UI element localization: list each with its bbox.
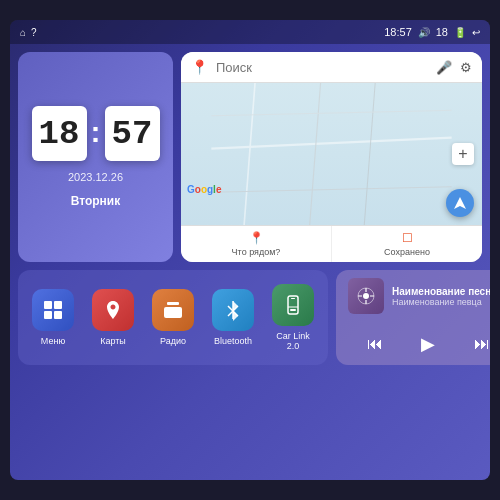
map-zoom-button[interactable]: + bbox=[452, 143, 474, 165]
clock-day: Вторник bbox=[71, 194, 121, 208]
music-top: Наименование песни Наименование певца bbox=[348, 278, 490, 314]
bottom-row: Меню Карты bbox=[18, 270, 482, 365]
svg-line-4 bbox=[364, 83, 375, 225]
bluetooth-icon-box bbox=[212, 289, 254, 331]
map-navigate-button[interactable] bbox=[446, 189, 474, 217]
app-radio[interactable]: Радио bbox=[152, 289, 194, 346]
map-bottom-bar: 📍 Что рядом? ☐ Сохранено bbox=[181, 225, 482, 262]
app-menu[interactable]: Меню bbox=[32, 289, 74, 346]
svg-rect-7 bbox=[44, 301, 52, 309]
maps-label: Карты bbox=[100, 336, 126, 346]
map-search-input[interactable] bbox=[216, 60, 428, 75]
status-bar-left: ⌂ ? bbox=[20, 27, 37, 38]
settings-icon[interactable]: ⚙ bbox=[460, 60, 472, 75]
clock-minutes: 57 bbox=[105, 106, 160, 161]
svg-rect-21 bbox=[291, 298, 295, 299]
google-logo: Google bbox=[187, 184, 221, 195]
battery-icon: 🔋 bbox=[454, 27, 466, 38]
map-roads-svg bbox=[181, 83, 482, 225]
app-maps[interactable]: Карты bbox=[92, 289, 134, 346]
bluetooth-label: Bluetooth bbox=[214, 336, 252, 346]
svg-rect-10 bbox=[54, 311, 62, 319]
maps-icon-box bbox=[92, 289, 134, 331]
map-saved-button[interactable]: ☐ Сохранено bbox=[332, 226, 482, 262]
device-frame: ⌂ ? 18:57 🔊 18 🔋 ↩ 18 : 57 2023.12.26 Вт… bbox=[10, 20, 490, 480]
svg-rect-15 bbox=[177, 310, 180, 312]
music-controls: ⏮ ▶ ⏭ bbox=[348, 331, 490, 357]
saved-icon: ☐ bbox=[402, 231, 413, 245]
radio-icon-box bbox=[152, 289, 194, 331]
clock-date: 2023.12.26 bbox=[68, 169, 123, 186]
clock-widget: 18 : 57 2023.12.26 Вторник bbox=[18, 52, 173, 262]
main-content: 18 : 57 2023.12.26 Вторник 📍 🎤 ⚙ bbox=[10, 44, 490, 480]
clock-display: 18 : 57 bbox=[32, 106, 160, 161]
svg-rect-12 bbox=[167, 302, 179, 305]
question-icon: ? bbox=[31, 27, 37, 38]
clock-colon: : bbox=[91, 115, 101, 149]
apps-panel: Меню Карты bbox=[18, 270, 328, 365]
svg-line-5 bbox=[211, 110, 451, 115]
map-pin-icon: 📍 bbox=[191, 59, 208, 75]
music-title: Наименование песни bbox=[392, 286, 490, 297]
app-carlink[interactable]: Car Link 2.0 bbox=[272, 284, 314, 351]
svg-line-2 bbox=[310, 83, 321, 225]
svg-marker-6 bbox=[454, 197, 466, 209]
home-icon: ⌂ bbox=[20, 27, 26, 38]
music-prev-button[interactable]: ⏮ bbox=[359, 333, 391, 355]
saved-label: Сохранено bbox=[384, 247, 430, 257]
svg-line-0 bbox=[211, 138, 451, 149]
mic-icon[interactable]: 🎤 bbox=[436, 60, 452, 75]
map-widget: 📍 🎤 ⚙ Google bbox=[181, 52, 482, 262]
svg-point-24 bbox=[363, 293, 369, 299]
map-search-bar[interactable]: 📍 🎤 ⚙ bbox=[181, 52, 482, 83]
music-info: Наименование песни Наименование певца bbox=[392, 286, 490, 307]
svg-rect-20 bbox=[290, 309, 296, 311]
app-bluetooth[interactable]: Bluetooth bbox=[212, 289, 254, 346]
music-play-button[interactable]: ▶ bbox=[413, 331, 443, 357]
battery-level: 18 bbox=[436, 26, 448, 38]
carlink-icon-box bbox=[272, 284, 314, 326]
map-area: Google + bbox=[181, 83, 482, 225]
status-time: 18:57 bbox=[384, 26, 412, 38]
nearby-label: Что рядом? bbox=[232, 247, 281, 257]
music-artist: Наименование певца bbox=[392, 297, 490, 307]
carlink-label: Car Link 2.0 bbox=[272, 331, 314, 351]
svg-rect-8 bbox=[54, 301, 62, 309]
clock-hours: 18 bbox=[32, 106, 87, 161]
status-bar: ⌂ ? 18:57 🔊 18 🔋 ↩ bbox=[10, 20, 490, 44]
music-next-button[interactable]: ⏭ bbox=[466, 333, 490, 355]
svg-point-14 bbox=[172, 311, 174, 313]
menu-icon-box bbox=[32, 289, 74, 331]
music-player: Наименование песни Наименование певца ⏮ … bbox=[336, 270, 490, 365]
music-artwork bbox=[348, 278, 384, 314]
back-icon: ↩ bbox=[472, 27, 480, 38]
volume-icon: 🔊 bbox=[418, 27, 430, 38]
menu-label: Меню bbox=[41, 336, 65, 346]
radio-label: Радио bbox=[160, 336, 186, 346]
top-row: 18 : 57 2023.12.26 Вторник 📍 🎤 ⚙ bbox=[18, 52, 482, 262]
nearby-icon: 📍 bbox=[249, 231, 264, 245]
svg-rect-9 bbox=[44, 311, 52, 319]
svg-line-1 bbox=[244, 83, 255, 225]
map-nearby-button[interactable]: 📍 Что рядом? bbox=[181, 226, 332, 262]
